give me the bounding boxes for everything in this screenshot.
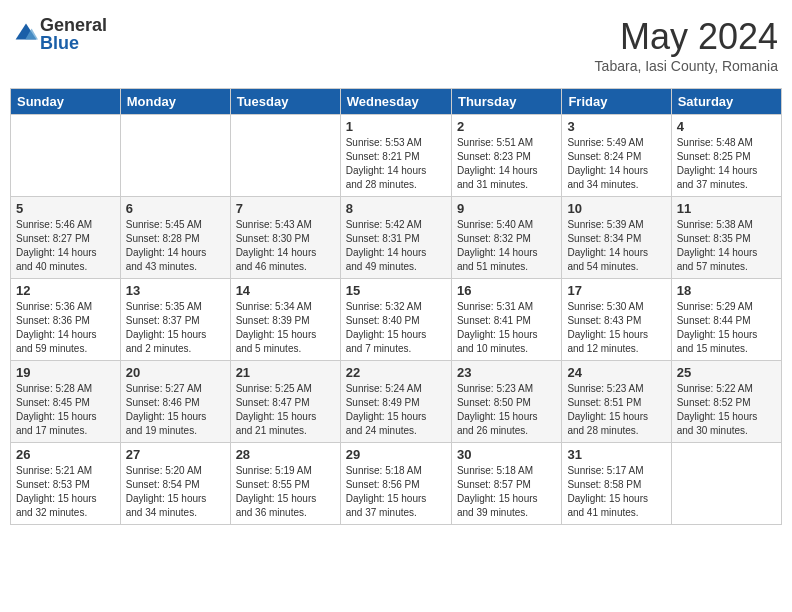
day-info: Sunrise: 5:21 AM Sunset: 8:53 PM Dayligh… xyxy=(16,464,115,520)
month-title: May 2024 xyxy=(595,16,778,58)
weekday-header: Thursday xyxy=(451,89,561,115)
calendar-cell: 17Sunrise: 5:30 AM Sunset: 8:43 PM Dayli… xyxy=(562,279,671,361)
day-info: Sunrise: 5:20 AM Sunset: 8:54 PM Dayligh… xyxy=(126,464,225,520)
day-info: Sunrise: 5:31 AM Sunset: 8:41 PM Dayligh… xyxy=(457,300,556,356)
calendar-cell: 18Sunrise: 5:29 AM Sunset: 8:44 PM Dayli… xyxy=(671,279,781,361)
day-number: 19 xyxy=(16,365,115,380)
day-info: Sunrise: 5:49 AM Sunset: 8:24 PM Dayligh… xyxy=(567,136,665,192)
day-number: 24 xyxy=(567,365,665,380)
calendar-cell: 26Sunrise: 5:21 AM Sunset: 8:53 PM Dayli… xyxy=(11,443,121,525)
day-number: 1 xyxy=(346,119,446,134)
day-info: Sunrise: 5:40 AM Sunset: 8:32 PM Dayligh… xyxy=(457,218,556,274)
title-block: May 2024 Tabara, Iasi County, Romania xyxy=(595,16,778,74)
day-info: Sunrise: 5:53 AM Sunset: 8:21 PM Dayligh… xyxy=(346,136,446,192)
day-number: 27 xyxy=(126,447,225,462)
day-info: Sunrise: 5:18 AM Sunset: 8:56 PM Dayligh… xyxy=(346,464,446,520)
day-number: 9 xyxy=(457,201,556,216)
weekday-header: Monday xyxy=(120,89,230,115)
day-info: Sunrise: 5:32 AM Sunset: 8:40 PM Dayligh… xyxy=(346,300,446,356)
day-number: 4 xyxy=(677,119,776,134)
day-info: Sunrise: 5:18 AM Sunset: 8:57 PM Dayligh… xyxy=(457,464,556,520)
day-number: 8 xyxy=(346,201,446,216)
calendar-cell xyxy=(671,443,781,525)
day-info: Sunrise: 5:42 AM Sunset: 8:31 PM Dayligh… xyxy=(346,218,446,274)
day-number: 16 xyxy=(457,283,556,298)
weekday-header: Sunday xyxy=(11,89,121,115)
location-subtitle: Tabara, Iasi County, Romania xyxy=(595,58,778,74)
day-number: 23 xyxy=(457,365,556,380)
calendar-cell: 31Sunrise: 5:17 AM Sunset: 8:58 PM Dayli… xyxy=(562,443,671,525)
day-number: 14 xyxy=(236,283,335,298)
day-number: 6 xyxy=(126,201,225,216)
day-info: Sunrise: 5:36 AM Sunset: 8:36 PM Dayligh… xyxy=(16,300,115,356)
day-info: Sunrise: 5:23 AM Sunset: 8:50 PM Dayligh… xyxy=(457,382,556,438)
day-number: 25 xyxy=(677,365,776,380)
calendar-cell xyxy=(11,115,121,197)
calendar-cell: 8Sunrise: 5:42 AM Sunset: 8:31 PM Daylig… xyxy=(340,197,451,279)
day-info: Sunrise: 5:46 AM Sunset: 8:27 PM Dayligh… xyxy=(16,218,115,274)
day-number: 7 xyxy=(236,201,335,216)
calendar-week-row: 12Sunrise: 5:36 AM Sunset: 8:36 PM Dayli… xyxy=(11,279,782,361)
calendar-body: 1Sunrise: 5:53 AM Sunset: 8:21 PM Daylig… xyxy=(11,115,782,525)
calendar-cell: 20Sunrise: 5:27 AM Sunset: 8:46 PM Dayli… xyxy=(120,361,230,443)
day-info: Sunrise: 5:38 AM Sunset: 8:35 PM Dayligh… xyxy=(677,218,776,274)
day-info: Sunrise: 5:30 AM Sunset: 8:43 PM Dayligh… xyxy=(567,300,665,356)
day-number: 13 xyxy=(126,283,225,298)
day-number: 21 xyxy=(236,365,335,380)
day-info: Sunrise: 5:39 AM Sunset: 8:34 PM Dayligh… xyxy=(567,218,665,274)
weekday-header: Saturday xyxy=(671,89,781,115)
day-info: Sunrise: 5:22 AM Sunset: 8:52 PM Dayligh… xyxy=(677,382,776,438)
logo-blue: Blue xyxy=(40,34,107,52)
calendar-cell: 9Sunrise: 5:40 AM Sunset: 8:32 PM Daylig… xyxy=(451,197,561,279)
day-info: Sunrise: 5:25 AM Sunset: 8:47 PM Dayligh… xyxy=(236,382,335,438)
day-number: 31 xyxy=(567,447,665,462)
day-info: Sunrise: 5:45 AM Sunset: 8:28 PM Dayligh… xyxy=(126,218,225,274)
day-info: Sunrise: 5:27 AM Sunset: 8:46 PM Dayligh… xyxy=(126,382,225,438)
day-number: 30 xyxy=(457,447,556,462)
day-number: 29 xyxy=(346,447,446,462)
page-header: General Blue May 2024 Tabara, Iasi Count… xyxy=(10,10,782,80)
calendar-cell: 14Sunrise: 5:34 AM Sunset: 8:39 PM Dayli… xyxy=(230,279,340,361)
day-info: Sunrise: 5:19 AM Sunset: 8:55 PM Dayligh… xyxy=(236,464,335,520)
calendar-cell: 6Sunrise: 5:45 AM Sunset: 8:28 PM Daylig… xyxy=(120,197,230,279)
day-info: Sunrise: 5:35 AM Sunset: 8:37 PM Dayligh… xyxy=(126,300,225,356)
day-number: 17 xyxy=(567,283,665,298)
calendar-cell: 16Sunrise: 5:31 AM Sunset: 8:41 PM Dayli… xyxy=(451,279,561,361)
calendar-cell: 11Sunrise: 5:38 AM Sunset: 8:35 PM Dayli… xyxy=(671,197,781,279)
calendar-cell: 1Sunrise: 5:53 AM Sunset: 8:21 PM Daylig… xyxy=(340,115,451,197)
calendar-cell: 12Sunrise: 5:36 AM Sunset: 8:36 PM Dayli… xyxy=(11,279,121,361)
weekday-header: Tuesday xyxy=(230,89,340,115)
calendar-cell: 29Sunrise: 5:18 AM Sunset: 8:56 PM Dayli… xyxy=(340,443,451,525)
calendar-cell xyxy=(230,115,340,197)
day-number: 18 xyxy=(677,283,776,298)
calendar-cell: 25Sunrise: 5:22 AM Sunset: 8:52 PM Dayli… xyxy=(671,361,781,443)
day-info: Sunrise: 5:28 AM Sunset: 8:45 PM Dayligh… xyxy=(16,382,115,438)
calendar-cell: 13Sunrise: 5:35 AM Sunset: 8:37 PM Dayli… xyxy=(120,279,230,361)
calendar-cell: 19Sunrise: 5:28 AM Sunset: 8:45 PM Dayli… xyxy=(11,361,121,443)
day-info: Sunrise: 5:51 AM Sunset: 8:23 PM Dayligh… xyxy=(457,136,556,192)
day-number: 5 xyxy=(16,201,115,216)
calendar-week-row: 19Sunrise: 5:28 AM Sunset: 8:45 PM Dayli… xyxy=(11,361,782,443)
day-info: Sunrise: 5:17 AM Sunset: 8:58 PM Dayligh… xyxy=(567,464,665,520)
day-number: 12 xyxy=(16,283,115,298)
calendar-cell: 5Sunrise: 5:46 AM Sunset: 8:27 PM Daylig… xyxy=(11,197,121,279)
calendar-week-row: 1Sunrise: 5:53 AM Sunset: 8:21 PM Daylig… xyxy=(11,115,782,197)
day-number: 20 xyxy=(126,365,225,380)
day-number: 2 xyxy=(457,119,556,134)
calendar-cell: 24Sunrise: 5:23 AM Sunset: 8:51 PM Dayli… xyxy=(562,361,671,443)
day-info: Sunrise: 5:34 AM Sunset: 8:39 PM Dayligh… xyxy=(236,300,335,356)
calendar-cell: 7Sunrise: 5:43 AM Sunset: 8:30 PM Daylig… xyxy=(230,197,340,279)
calendar-cell: 10Sunrise: 5:39 AM Sunset: 8:34 PM Dayli… xyxy=(562,197,671,279)
day-info: Sunrise: 5:29 AM Sunset: 8:44 PM Dayligh… xyxy=(677,300,776,356)
calendar-week-row: 26Sunrise: 5:21 AM Sunset: 8:53 PM Dayli… xyxy=(11,443,782,525)
weekday-header: Wednesday xyxy=(340,89,451,115)
day-number: 15 xyxy=(346,283,446,298)
day-number: 3 xyxy=(567,119,665,134)
calendar-cell: 27Sunrise: 5:20 AM Sunset: 8:54 PM Dayli… xyxy=(120,443,230,525)
calendar-header-row: SundayMondayTuesdayWednesdayThursdayFrid… xyxy=(11,89,782,115)
logo-general: General xyxy=(40,16,107,34)
calendar-cell: 2Sunrise: 5:51 AM Sunset: 8:23 PM Daylig… xyxy=(451,115,561,197)
calendar-cell: 30Sunrise: 5:18 AM Sunset: 8:57 PM Dayli… xyxy=(451,443,561,525)
calendar-week-row: 5Sunrise: 5:46 AM Sunset: 8:27 PM Daylig… xyxy=(11,197,782,279)
day-number: 26 xyxy=(16,447,115,462)
